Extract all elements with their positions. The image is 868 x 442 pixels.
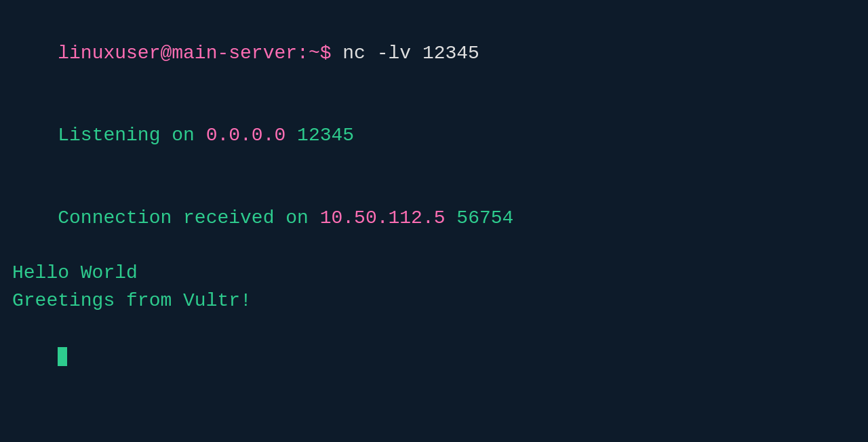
block1-line2: Connection received on 10.50.112.5 56754 <box>12 178 856 260</box>
block1-line1-port: 12345 <box>285 125 354 146</box>
block2-prompt-line: linuxuser@client-server:~$ nc -v 10.50.1… <box>12 422 856 442</box>
block1-line2-port: 56754 <box>446 207 514 228</box>
block1-line4: Greetings from Vultr! <box>12 287 856 315</box>
block1-line3: Hello World <box>12 260 856 287</box>
block1-line1: Listening on 0.0.0.0 12345 <box>12 95 856 178</box>
main-server-prompt: linuxuser@main-server:~$ <box>58 43 331 64</box>
terminal-window: linuxuser@main-server:~$ nc -lv 12345 Li… <box>12 12 856 430</box>
block1-line1-text-plain: Listening on <box>58 125 205 146</box>
block1-command: nc -lv 12345 <box>331 43 479 64</box>
block1-line1-ip: 0.0.0.0 <box>206 125 286 146</box>
block1-line2-ip: 10.50.112.5 <box>320 207 446 228</box>
block1-cursor-line <box>12 315 856 398</box>
block1-prompt-line: linuxuser@main-server:~$ nc -lv 12345 <box>12 12 856 95</box>
spacer <box>12 397 856 422</box>
block1-cursor <box>58 347 67 366</box>
block1-line2-text-plain: Connection received on <box>58 207 319 228</box>
